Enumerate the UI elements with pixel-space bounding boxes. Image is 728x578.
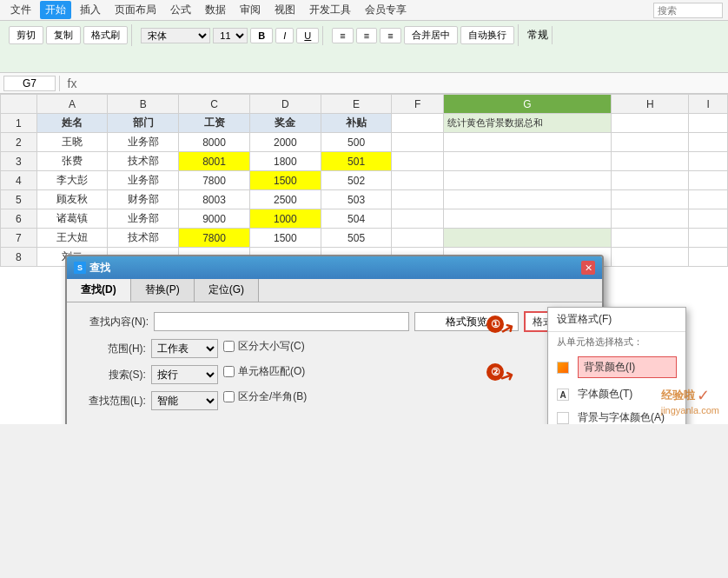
col-header-a[interactable]: A — [36, 95, 108, 114]
search-select[interactable]: 按行 — [151, 365, 218, 384]
col-header-d[interactable]: D — [249, 95, 321, 114]
bold-button[interactable]: B — [250, 28, 273, 43]
cell-d2[interactable]: 2000 — [249, 133, 321, 152]
cell-a4[interactable]: 李大彭 — [36, 171, 108, 190]
cell-a5[interactable]: 顾友秋 — [36, 190, 108, 209]
underline-button[interactable]: U — [296, 28, 319, 43]
cell-i4[interactable] — [689, 171, 728, 190]
cell-b4[interactable]: 业务部 — [108, 171, 179, 190]
auto-wrap-button[interactable]: 自动换行 — [460, 26, 514, 44]
cell-h3[interactable] — [612, 152, 689, 171]
menu-item-devtools[interactable]: 开发工具 — [304, 1, 356, 19]
copy-button[interactable]: 复制 — [46, 26, 81, 44]
dropdown-item-bgcolor[interactable]: 背景颜色(I) — [578, 356, 677, 378]
cell-f1[interactable] — [392, 114, 443, 133]
menu-item-vip[interactable]: 会员专享 — [360, 1, 412, 19]
cell-d7[interactable]: 1500 — [249, 229, 321, 248]
cell-c6[interactable]: 9000 — [179, 209, 250, 229]
cell-i7[interactable] — [689, 229, 728, 248]
cell-h7[interactable] — [612, 229, 689, 248]
font-size-select[interactable]: 11 — [213, 28, 248, 43]
tab-find[interactable]: 查找(D) — [67, 279, 131, 302]
cell-i6[interactable] — [689, 209, 728, 229]
cell-b2[interactable]: 业务部 — [108, 133, 179, 152]
cell-a3[interactable]: 张费 — [36, 152, 108, 171]
cell-e7[interactable]: 505 — [321, 229, 392, 248]
cell-i2[interactable] — [689, 133, 728, 152]
dropdown-item-setformat[interactable]: 设置格式(F) — [548, 308, 685, 331]
cell-a6[interactable]: 诸葛镇 — [36, 209, 108, 229]
align-left-button[interactable]: ≡ — [332, 28, 353, 43]
col-header-h[interactable]: H — [612, 95, 689, 114]
cell-e4[interactable]: 502 — [321, 171, 392, 190]
menu-search-input[interactable] — [653, 3, 723, 18]
col-header-f[interactable]: F — [392, 95, 443, 114]
cell-h2[interactable] — [612, 133, 689, 152]
cell-b3[interactable]: 技术部 — [108, 152, 179, 171]
cell-d6[interactable]: 1000 — [249, 209, 321, 229]
cell-e5[interactable]: 503 — [321, 190, 392, 209]
cell-e1[interactable]: 补贴 — [321, 114, 392, 133]
cell-c4[interactable]: 7800 — [179, 171, 250, 190]
cell-b7[interactable]: 技术部 — [108, 229, 179, 248]
cell-b5[interactable]: 财务部 — [108, 190, 179, 209]
align-center-button[interactable]: ≡ — [356, 28, 377, 43]
formula-input[interactable] — [84, 76, 725, 90]
cell-b6[interactable]: 业务部 — [108, 209, 179, 229]
cell-i3[interactable] — [689, 152, 728, 171]
cell-a1[interactable]: 姓名 — [36, 114, 108, 133]
menu-item-review[interactable]: 审阅 — [235, 1, 266, 19]
cell-a2[interactable]: 王晓 — [36, 133, 108, 152]
cell-g3[interactable] — [443, 152, 611, 171]
cell-g6[interactable] — [443, 209, 611, 229]
match-checkbox[interactable] — [223, 366, 235, 377]
cell-g1[interactable]: 统计黄色背景数据总和 — [443, 114, 611, 133]
cell-c1[interactable]: 工资 — [179, 114, 250, 133]
format-paint-button[interactable]: 格式刷 — [83, 26, 128, 44]
range-select[interactable]: 智能 — [151, 391, 218, 410]
menu-item-layout[interactable]: 页面布局 — [109, 1, 162, 19]
menu-active-start[interactable]: 开始 — [40, 1, 71, 19]
cell-f5[interactable] — [392, 190, 443, 209]
col-header-c[interactable]: C — [179, 95, 250, 114]
cell-g5[interactable] — [443, 190, 611, 209]
cell-c3[interactable]: 8001 — [179, 152, 250, 171]
cell-h4[interactable] — [612, 171, 689, 190]
cell-f7[interactable] — [392, 229, 443, 248]
cell-i5[interactable] — [689, 190, 728, 209]
scope-select[interactable]: 工作表 — [151, 339, 218, 358]
cell-f6[interactable] — [392, 209, 443, 229]
merge-center-button[interactable]: 合并居中 — [404, 26, 458, 44]
font-name-select[interactable]: 宋体 — [141, 28, 210, 43]
cell-d3[interactable]: 1800 — [249, 152, 321, 171]
cell-e6[interactable]: 504 — [321, 209, 392, 229]
fullwidth-checkbox[interactable] — [223, 391, 235, 402]
cell-f4[interactable] — [392, 171, 443, 190]
cell-i1[interactable] — [689, 114, 728, 133]
cell-h8[interactable] — [612, 248, 689, 267]
cell-e3[interactable]: 501 — [321, 152, 392, 171]
find-content-input[interactable] — [154, 312, 409, 331]
cell-h6[interactable] — [612, 209, 689, 229]
cell-f2[interactable] — [392, 133, 443, 152]
menu-item-formula[interactable]: 公式 — [165, 1, 196, 19]
cell-c2[interactable]: 8000 — [179, 133, 250, 152]
cell-g7[interactable] — [443, 229, 611, 248]
cell-a7[interactable]: 王大妞 — [36, 229, 108, 248]
cell-c7[interactable]: 7800 — [179, 229, 250, 248]
cell-f3[interactable] — [392, 152, 443, 171]
cell-d1[interactable]: 奖金 — [249, 114, 321, 133]
cell-d4[interactable]: 1500 — [249, 171, 321, 190]
italic-button[interactable]: I — [275, 28, 294, 43]
case-checkbox[interactable] — [223, 341, 235, 352]
menu-item-insert[interactable]: 插入 — [75, 1, 106, 19]
col-header-g[interactable]: G — [443, 95, 611, 114]
cell-b1[interactable]: 部门 — [108, 114, 179, 133]
cell-d5[interactable]: 2500 — [249, 190, 321, 209]
tab-replace[interactable]: 替换(P) — [131, 279, 195, 302]
cell-reference-input[interactable] — [3, 76, 56, 91]
fx-icon[interactable]: fx — [63, 76, 81, 90]
menu-item-view[interactable]: 视图 — [269, 1, 301, 19]
col-header-b[interactable]: B — [108, 95, 179, 114]
tab-locate[interactable]: 定位(G) — [195, 279, 259, 302]
